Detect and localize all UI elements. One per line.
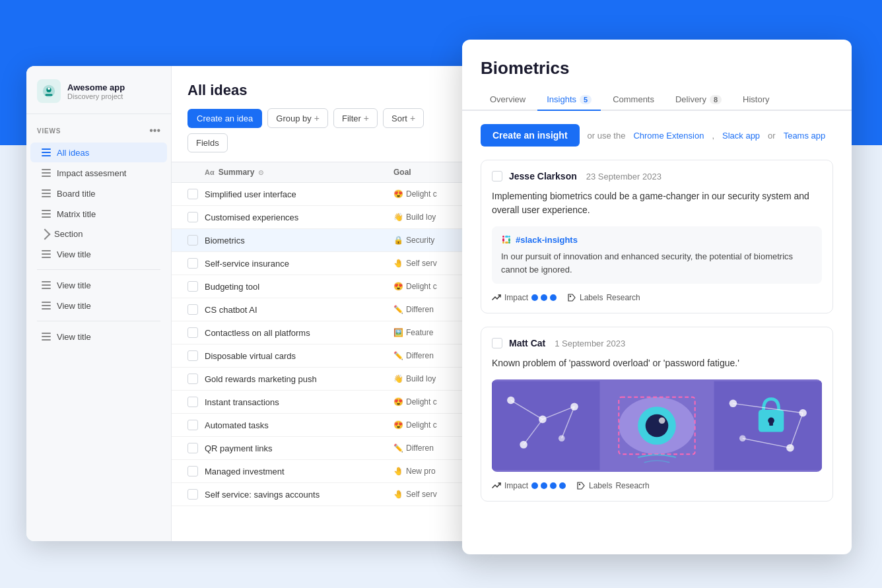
table-row[interactable]: QR payment links ✏️ Differen [172,437,475,460]
table-row[interactable]: Biometrics 🔒 Security [172,229,475,252]
create-idea-button[interactable]: Create an idea [187,109,262,128]
sidebar-item-view1[interactable]: View title [30,244,167,264]
create-insight-button[interactable]: Create an insight [481,124,580,147]
table-row[interactable]: Customised experiences 👋 Build loy [172,206,475,229]
table-row[interactable]: Simplified user interface 😍 Delight c [172,183,475,206]
impact-dots-2 [531,482,566,489]
row-name: CS chatbot AI [205,305,393,315]
list-icon-all-ideas [41,147,51,158]
row-name: Gold rewards marketing push [205,374,393,384]
sort-button[interactable]: Sort + [383,108,424,128]
impact-dots-1 [531,294,557,301]
row-goal: 👋 Build loy [393,212,459,222]
sidebar-label-view2: View title [57,280,91,290]
row-checkbox[interactable] [187,489,198,500]
page-title: All ideas [187,82,459,99]
table-row[interactable]: Automated tasks 😍 Delight c [172,414,475,437]
svg-point-43 [659,418,665,424]
sidebar-divider-2 [37,321,160,321]
row-checkbox[interactable] [187,212,198,222]
table-row[interactable]: Instant transactions 😍 Delight c [172,391,475,414]
row-checkbox[interactable] [187,466,198,476]
row-checkbox[interactable] [187,443,198,453]
sidebar-item-view4[interactable]: View title [30,327,167,346]
sidebar-item-view3[interactable]: View title [30,296,167,315]
table-row[interactable]: Budgeting tool 😍 Delight c [172,275,475,298]
insight-1-meta: Impact Labels Research [492,293,822,302]
views-more-button[interactable]: ••• [149,125,160,137]
sidebar-item-impact[interactable]: Impact assesment [30,163,167,183]
tab-comments[interactable]: Comments [603,89,663,111]
chrome-ext-link[interactable]: Chrome Extension [633,131,704,141]
svg-rect-35 [502,242,504,244]
goal-text: Differen [406,351,434,360]
table-row[interactable]: Self service: savings accounts 🤚 Self se… [172,483,475,506]
goal-emoji: ✏️ [393,305,403,314]
svg-rect-10 [42,189,51,191]
trend-icon-2 [492,481,501,490]
app-subtitle: Discovery project [67,92,125,100]
table-row[interactable]: Self-service insurance 🤚 Self serv [172,252,475,275]
views-header: VIEWS ••• [26,125,171,142]
svg-rect-22 [42,302,51,303]
filter-button[interactable]: Filter + [333,108,378,128]
goal-text: Delight c [406,282,437,291]
row-checkbox[interactable] [187,327,198,338]
goal-emoji: 😍 [393,282,403,291]
sidebar-label-impact: Impact assesment [57,168,127,178]
list-icon-board [41,188,51,199]
insight-2-impact: Impact [492,481,566,490]
goal-emoji: 🖼️ [393,328,403,337]
table-row[interactable]: Gold rewards marketing push 👋 Build loy [172,368,475,391]
slack-app-link[interactable]: Slack app [722,131,760,141]
sidebar-item-all-ideas[interactable]: All ideas [30,143,167,162]
svg-rect-29 [502,236,504,238]
table-row[interactable]: Managed investment 🤚 New pro [172,460,475,483]
row-checkbox[interactable] [187,304,198,315]
app-name: Awesome app [67,82,125,92]
fields-button[interactable]: Fields [187,133,228,152]
svg-rect-34 [505,242,508,244]
main-content: All ideas Create an idea Group by + Filt… [172,66,475,541]
row-name: QR payment links [205,443,393,453]
row-checkbox[interactable] [187,397,198,407]
table-row[interactable]: CS chatbot AI ✏️ Differen [172,298,475,321]
svg-rect-6 [42,155,51,156]
svg-rect-8 [42,172,51,174]
svg-rect-31 [508,236,510,238]
tab-overview[interactable]: Overview [481,89,535,111]
tab-insights[interactable]: Insights 5 [537,89,601,111]
row-name: Self-service insurance [205,259,393,269]
sidebar-item-section[interactable]: Section [30,224,167,244]
app-icon [37,79,61,103]
table-row[interactable]: Disposable virtual cards ✏️ Differen [172,344,475,368]
comma-sep: , [712,131,714,141]
svg-rect-32 [508,238,510,242]
teams-app-link[interactable]: Teams app [784,131,826,141]
sidebar-label-all-ideas: All ideas [57,148,89,158]
sidebar-item-matrix[interactable]: Matrix title [30,204,167,224]
sidebar-item-view2[interactable]: View title [30,275,167,295]
group-by-button[interactable]: Group by + [267,108,328,128]
insight-2-checkbox[interactable] [492,338,502,348]
sidebar-item-board[interactable]: Board title [30,183,167,203]
row-checkbox[interactable] [187,420,198,430]
list-icon-view3 [41,300,51,311]
sidebar-label-view4: View title [57,332,91,342]
table-row[interactable]: Contactless on all platforms 🖼️ Feature [172,321,475,344]
row-checkbox[interactable] [187,374,198,384]
row-name: Budgeting tool [205,282,393,292]
svg-point-64 [579,484,580,485]
row-checkbox[interactable] [187,350,198,361]
row-checkbox[interactable] [187,258,198,269]
insight-2-text: Known problem of 'password overload' or … [492,356,822,370]
row-checkbox[interactable] [187,235,198,245]
slack-channel-1[interactable]: #slack-insights [501,234,813,245]
insight-1-checkbox[interactable] [492,171,502,181]
filter-plus-icon: + [364,113,369,123]
tab-delivery[interactable]: Delivery 8 [666,89,731,111]
tab-history[interactable]: History [733,89,778,111]
row-checkbox[interactable] [187,189,198,199]
row-checkbox[interactable] [187,281,198,292]
svg-rect-27 [42,339,51,341]
